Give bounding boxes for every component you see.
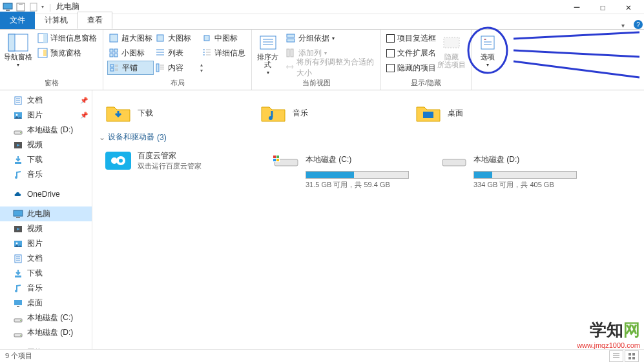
- sidebar-item[interactable]: 文档: [0, 251, 92, 266]
- qat-save-icon[interactable]: [16, 2, 26, 12]
- download-icon: [13, 268, 23, 279]
- sidebar-item[interactable]: 图片: [0, 236, 92, 251]
- svg-rect-20: [260, 36, 276, 49]
- sidebar-item[interactable]: 此电脑: [0, 206, 92, 221]
- add-col-icon: [286, 48, 296, 58]
- doc-icon: [13, 96, 23, 106]
- folder-item[interactable]: 音乐: [260, 102, 390, 124]
- checkbox-hidden[interactable]: 隐藏的项目: [385, 61, 437, 75]
- sidebar-item[interactable]: 视频: [0, 221, 92, 236]
- autosize-cols-button[interactable]: 将所有列调整为合适的大小: [284, 61, 377, 75]
- svg-rect-44: [14, 300, 22, 305]
- view-icons-button[interactable]: [625, 350, 639, 362]
- usage-bar: [306, 171, 409, 179]
- list-item[interactable]: [415, 94, 545, 98]
- content-area[interactable]: 下载音乐桌面 ⌄ 设备和驱动器 (3) 百度云管家 双击运行百度云管家: [92, 90, 644, 349]
- layout-content[interactable]: 内容: [154, 61, 200, 75]
- options-button[interactable]: 选项 ▾: [475, 31, 500, 80]
- checkbox-extensions[interactable]: 文件扩展名: [385, 46, 437, 60]
- minimize-button[interactable]: ─: [564, 0, 590, 14]
- sidebar-item-label: 音乐: [27, 283, 43, 294]
- desktop-icon: [13, 298, 23, 308]
- svg-rect-67: [632, 353, 635, 356]
- pc-icon: [3, 2, 13, 12]
- preview-pane-button[interactable]: 预览窗格: [36, 46, 98, 60]
- help-icon[interactable]: ?: [630, 20, 644, 30]
- list-item[interactable]: [105, 94, 234, 98]
- sidebar-item[interactable]: 音乐: [0, 281, 92, 296]
- sidebar-item[interactable]: 音乐: [0, 167, 92, 182]
- nav-pane-button[interactable]: 导航窗格 ▾: [4, 31, 32, 78]
- section-header-devices[interactable]: ⌄ 设备和驱动器 (3): [99, 128, 638, 146]
- pin-icon: 📌: [80, 97, 88, 104]
- maximize-button[interactable]: ☐: [590, 0, 616, 14]
- layout-more-icon[interactable]: ▴▾: [200, 61, 211, 75]
- hide-selected-button[interactable]: 隐藏所选项目: [437, 31, 466, 78]
- nav-pane-icon: [8, 34, 28, 52]
- sidebar-item[interactable]: 文档📌: [0, 93, 92, 108]
- chevron-down-icon: ▾: [17, 62, 19, 68]
- device-baiduyun[interactable]: 百度云管家 双击运行百度云管家: [105, 150, 247, 171]
- checkbox-items[interactable]: 项目复选框: [385, 31, 437, 45]
- sidebar-item[interactable]: OneDrive: [0, 187, 92, 201]
- drive-icon: [13, 125, 23, 136]
- layout-tiles[interactable]: 平铺: [107, 61, 154, 75]
- drive-c[interactable]: 本地磁盘 (C:) 31.5 GB 可用，共 59.4 GB: [273, 150, 415, 190]
- svg-point-27: [484, 39, 486, 40]
- sidebar-item-label: 下载: [27, 268, 43, 279]
- pic-icon: [13, 239, 23, 249]
- tab-view[interactable]: 查看: [78, 12, 112, 29]
- sidebar-item-label: 音乐: [27, 169, 43, 180]
- svg-rect-42: [15, 276, 21, 277]
- navigation-pane[interactable]: 文档📌图片📌本地磁盘 (D:)视频下载音乐OneDrive此电脑视频图片文档下载…: [0, 90, 92, 349]
- svg-rect-68: [628, 357, 631, 359]
- ribbon-collapse-icon[interactable]: ▾: [616, 22, 630, 29]
- close-button[interactable]: ✕: [616, 0, 641, 14]
- item-count: 9 个项目: [5, 351, 32, 361]
- svg-rect-26: [481, 36, 494, 49]
- layout-large-icon[interactable]: 大图标: [154, 31, 200, 45]
- sidebar-item[interactable]: 本地磁盘 (C:): [0, 310, 92, 325]
- qat-new-icon[interactable]: [28, 2, 39, 12]
- sidebar-item[interactable]: 下载: [0, 266, 92, 281]
- sidebar-item[interactable]: 图片📌: [0, 108, 92, 123]
- tab-file[interactable]: 文件: [0, 12, 35, 29]
- sidebar-item-label: 本地磁盘 (C:): [27, 312, 73, 323]
- svg-rect-13: [110, 49, 113, 52]
- tab-computer[interactable]: 计算机: [35, 12, 78, 29]
- sidebar-item-label: OneDrive: [27, 190, 60, 199]
- sidebar-item[interactable]: 下载: [0, 152, 92, 167]
- list-item[interactable]: [260, 94, 390, 98]
- layout-medium-icon[interactable]: 中图标: [200, 31, 247, 45]
- ribbon-tabs: 文件 计算机 查看 ▾ ?: [0, 14, 644, 30]
- svg-rect-34: [15, 162, 21, 164]
- folder-item[interactable]: 下载: [105, 102, 234, 124]
- sidebar-item[interactable]: 本地磁盘 (D:): [0, 325, 92, 340]
- layout-small-icon[interactable]: 小图标: [107, 46, 154, 60]
- sort-button[interactable]: 排序方式 ▾: [256, 31, 280, 78]
- svg-rect-12: [204, 35, 209, 41]
- doc-icon: [13, 254, 23, 264]
- download-folder-icon: [105, 102, 131, 124]
- music-icon: [13, 170, 23, 180]
- group-by-button[interactable]: 分组依据 ▾: [284, 31, 377, 45]
- layout-details[interactable]: 详细信息: [200, 46, 247, 60]
- qat-dropdown-icon[interactable]: ▾: [41, 4, 44, 10]
- layout-xlarge-icon[interactable]: 超大图标: [107, 31, 154, 45]
- baiduyun-icon: [105, 152, 131, 170]
- details-pane-button[interactable]: 详细信息窗格: [36, 31, 98, 45]
- options-icon: [477, 34, 498, 52]
- checkbox-icon: [386, 34, 395, 43]
- sidebar-item[interactable]: 桌面: [0, 296, 92, 310]
- group-label-panes: 窗格: [4, 78, 99, 88]
- layout-list[interactable]: 列表: [154, 46, 200, 60]
- svg-point-58: [119, 159, 123, 163]
- view-details-button[interactable]: [609, 350, 623, 362]
- sidebar-item[interactable]: 本地磁盘 (D:): [0, 123, 92, 137]
- drive-d[interactable]: 本地磁盘 (D:) 334 GB 可用，共 405 GB: [441, 150, 583, 190]
- folder-item[interactable]: 桌面: [415, 102, 545, 124]
- drive-usage-text: 31.5 GB 可用，共 59.4 GB: [306, 180, 415, 190]
- sidebar-item[interactable]: 视频: [0, 137, 92, 152]
- sidebar-item[interactable]: 网络: [0, 345, 92, 349]
- music-icon: [13, 283, 23, 294]
